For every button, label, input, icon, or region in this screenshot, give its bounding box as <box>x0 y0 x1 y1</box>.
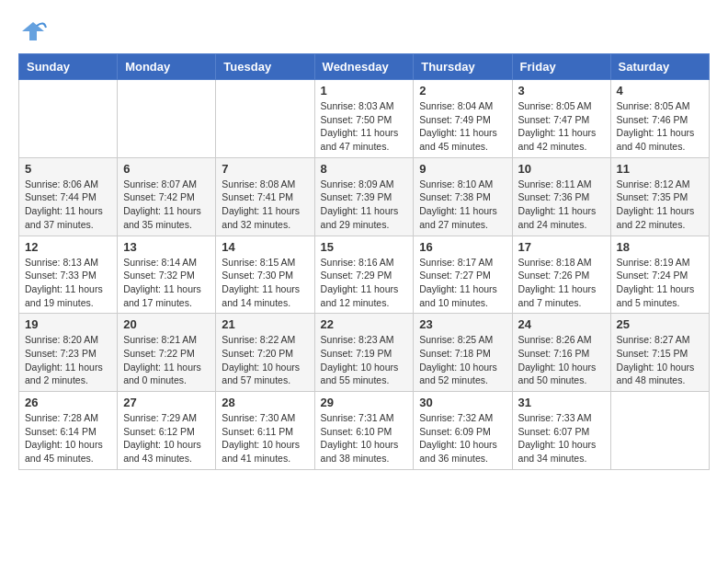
calendar-cell: 20Sunrise: 8:21 AM Sunset: 7:22 PM Dayli… <box>118 314 216 392</box>
calendar-cell <box>19 80 118 158</box>
cell-content: Sunrise: 8:05 AM Sunset: 7:46 PM Dayligh… <box>617 99 703 154</box>
calendar-week-row: 26Sunrise: 7:28 AM Sunset: 6:14 PM Dayli… <box>19 392 710 470</box>
day-number: 5 <box>25 162 111 176</box>
calendar-cell: 10Sunrise: 8:11 AM Sunset: 7:36 PM Dayli… <box>512 157 610 236</box>
logo <box>18 18 51 44</box>
calendar-header-row: SundayMondayTuesdayWednesdayThursdayFrid… <box>19 54 710 80</box>
calendar-cell: 25Sunrise: 8:27 AM Sunset: 7:15 PM Dayli… <box>610 314 709 392</box>
calendar-cell: 5Sunrise: 8:06 AM Sunset: 7:44 PM Daylig… <box>19 157 118 236</box>
cell-content: Sunrise: 7:32 AM Sunset: 6:09 PM Dayligh… <box>419 411 506 465</box>
day-number: 13 <box>123 240 210 254</box>
calendar-cell: 27Sunrise: 7:29 AM Sunset: 6:12 PM Dayli… <box>118 392 216 470</box>
day-number: 18 <box>617 240 703 254</box>
cell-content: Sunrise: 8:21 AM Sunset: 7:22 PM Dayligh… <box>123 333 210 387</box>
cell-content: Sunrise: 7:33 AM Sunset: 6:07 PM Dayligh… <box>518 411 605 465</box>
day-number: 14 <box>222 240 308 254</box>
day-number: 2 <box>419 84 506 98</box>
calendar-cell: 12Sunrise: 8:13 AM Sunset: 7:33 PM Dayli… <box>19 236 118 314</box>
cell-content: Sunrise: 8:05 AM Sunset: 7:47 PM Dayligh… <box>518 99 605 154</box>
calendar-cell: 29Sunrise: 7:31 AM Sunset: 6:10 PM Dayli… <box>314 392 414 470</box>
cell-content: Sunrise: 8:06 AM Sunset: 7:44 PM Dayligh… <box>25 178 111 232</box>
calendar-cell: 21Sunrise: 8:22 AM Sunset: 7:20 PM Dayli… <box>216 314 314 392</box>
calendar-cell: 1Sunrise: 8:03 AM Sunset: 7:50 PM Daylig… <box>314 80 414 158</box>
calendar-cell: 3Sunrise: 8:05 AM Sunset: 7:47 PM Daylig… <box>512 80 610 158</box>
cell-content: Sunrise: 8:18 AM Sunset: 7:26 PM Dayligh… <box>518 256 605 310</box>
calendar-cell <box>118 80 216 158</box>
cell-content: Sunrise: 7:29 AM Sunset: 6:12 PM Dayligh… <box>123 411 210 465</box>
calendar-cell: 16Sunrise: 8:17 AM Sunset: 7:27 PM Dayli… <box>414 236 512 314</box>
calendar-week-row: 12Sunrise: 8:13 AM Sunset: 7:33 PM Dayli… <box>19 236 710 314</box>
calendar-week-row: 5Sunrise: 8:06 AM Sunset: 7:44 PM Daylig… <box>19 157 710 236</box>
calendar-cell: 26Sunrise: 7:28 AM Sunset: 6:14 PM Dayli… <box>19 392 118 470</box>
day-number: 23 <box>419 317 506 331</box>
calendar-cell: 4Sunrise: 8:05 AM Sunset: 7:46 PM Daylig… <box>610 80 709 158</box>
calendar-cell: 31Sunrise: 7:33 AM Sunset: 6:07 PM Dayli… <box>512 392 610 470</box>
cell-content: Sunrise: 8:26 AM Sunset: 7:16 PM Dayligh… <box>518 333 605 387</box>
day-header-sunday: Sunday <box>19 54 118 80</box>
cell-content: Sunrise: 8:08 AM Sunset: 7:41 PM Dayligh… <box>222 178 308 232</box>
cell-content: Sunrise: 8:17 AM Sunset: 7:27 PM Dayligh… <box>419 256 506 310</box>
day-number: 17 <box>518 240 605 254</box>
day-number: 12 <box>25 240 111 254</box>
day-number: 1 <box>321 84 408 98</box>
day-number: 3 <box>518 84 605 98</box>
calendar-cell: 28Sunrise: 7:30 AM Sunset: 6:11 PM Dayli… <box>216 392 314 470</box>
day-number: 28 <box>222 396 308 409</box>
cell-content: Sunrise: 8:23 AM Sunset: 7:19 PM Dayligh… <box>321 333 408 387</box>
svg-marker-0 <box>22 22 44 40</box>
day-number: 31 <box>518 396 605 409</box>
cell-content: Sunrise: 8:11 AM Sunset: 7:36 PM Dayligh… <box>518 178 605 232</box>
cell-content: Sunrise: 8:03 AM Sunset: 7:50 PM Dayligh… <box>321 99 408 154</box>
calendar-table: SundayMondayTuesdayWednesdayThursdayFrid… <box>18 53 710 470</box>
calendar-cell: 6Sunrise: 8:07 AM Sunset: 7:42 PM Daylig… <box>118 157 216 236</box>
cell-content: Sunrise: 8:12 AM Sunset: 7:35 PM Dayligh… <box>617 178 703 232</box>
cell-content: Sunrise: 8:27 AM Sunset: 7:15 PM Dayligh… <box>617 333 703 387</box>
day-number: 26 <box>25 396 111 409</box>
calendar-cell: 18Sunrise: 8:19 AM Sunset: 7:24 PM Dayli… <box>610 236 709 314</box>
day-number: 19 <box>25 317 111 331</box>
calendar-cell: 23Sunrise: 8:25 AM Sunset: 7:18 PM Dayli… <box>414 314 512 392</box>
cell-content: Sunrise: 8:07 AM Sunset: 7:42 PM Dayligh… <box>123 178 210 232</box>
calendar-cell: 24Sunrise: 8:26 AM Sunset: 7:16 PM Dayli… <box>512 314 610 392</box>
day-number: 16 <box>419 240 506 254</box>
calendar-cell: 15Sunrise: 8:16 AM Sunset: 7:29 PM Dayli… <box>314 236 414 314</box>
day-number: 8 <box>321 162 408 176</box>
cell-content: Sunrise: 8:19 AM Sunset: 7:24 PM Dayligh… <box>617 256 703 310</box>
day-number: 11 <box>617 162 703 176</box>
day-number: 29 <box>321 396 408 409</box>
cell-content: Sunrise: 8:22 AM Sunset: 7:20 PM Dayligh… <box>222 333 308 387</box>
cell-content: Sunrise: 8:14 AM Sunset: 7:32 PM Dayligh… <box>123 256 210 310</box>
cell-content: Sunrise: 8:10 AM Sunset: 7:38 PM Dayligh… <box>419 178 506 232</box>
day-number: 22 <box>321 317 408 331</box>
calendar-week-row: 19Sunrise: 8:20 AM Sunset: 7:23 PM Dayli… <box>19 314 710 392</box>
calendar-cell: 19Sunrise: 8:20 AM Sunset: 7:23 PM Dayli… <box>19 314 118 392</box>
calendar-cell: 8Sunrise: 8:09 AM Sunset: 7:39 PM Daylig… <box>314 157 414 236</box>
day-number: 15 <box>321 240 408 254</box>
calendar-cell <box>610 392 709 470</box>
cell-content: Sunrise: 7:30 AM Sunset: 6:11 PM Dayligh… <box>222 411 308 465</box>
day-number: 6 <box>123 162 210 176</box>
cell-content: Sunrise: 8:09 AM Sunset: 7:39 PM Dayligh… <box>321 178 408 232</box>
day-number: 27 <box>123 396 210 409</box>
calendar-week-row: 1Sunrise: 8:03 AM Sunset: 7:50 PM Daylig… <box>19 80 710 158</box>
calendar-cell: 13Sunrise: 8:14 AM Sunset: 7:32 PM Dayli… <box>118 236 216 314</box>
logo-icon <box>18 18 48 44</box>
cell-content: Sunrise: 8:20 AM Sunset: 7:23 PM Dayligh… <box>25 333 111 387</box>
day-header-thursday: Thursday <box>414 54 512 80</box>
day-number: 20 <box>123 317 210 331</box>
cell-content: Sunrise: 8:15 AM Sunset: 7:30 PM Dayligh… <box>222 256 308 310</box>
cell-content: Sunrise: 7:31 AM Sunset: 6:10 PM Dayligh… <box>321 411 408 465</box>
day-number: 9 <box>419 162 506 176</box>
cell-content: Sunrise: 7:28 AM Sunset: 6:14 PM Dayligh… <box>25 411 111 465</box>
day-header-tuesday: Tuesday <box>216 54 314 80</box>
calendar-cell: 11Sunrise: 8:12 AM Sunset: 7:35 PM Dayli… <box>610 157 709 236</box>
cell-content: Sunrise: 8:16 AM Sunset: 7:29 PM Dayligh… <box>321 256 408 310</box>
cell-content: Sunrise: 8:04 AM Sunset: 7:49 PM Dayligh… <box>419 99 506 154</box>
cell-content: Sunrise: 8:13 AM Sunset: 7:33 PM Dayligh… <box>25 256 111 310</box>
calendar-cell <box>216 80 314 158</box>
day-number: 7 <box>222 162 308 176</box>
calendar-cell: 9Sunrise: 8:10 AM Sunset: 7:38 PM Daylig… <box>414 157 512 236</box>
day-number: 25 <box>617 317 703 331</box>
page-header <box>18 18 710 44</box>
calendar-cell: 2Sunrise: 8:04 AM Sunset: 7:49 PM Daylig… <box>414 80 512 158</box>
